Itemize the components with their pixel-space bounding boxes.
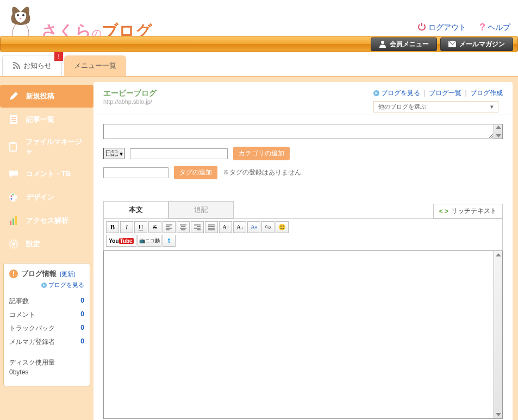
pencil-icon [8,90,20,102]
help-label: ヘルプ [488,23,510,33]
scrollbar[interactable] [494,251,502,418]
speech-icon [8,168,20,180]
category-select[interactable]: 日記 ▾ [103,148,124,159]
italic-button[interactable]: I [120,221,133,233]
sidebar-item-label: 記事一覧 [26,115,54,124]
stat-row: メルマガ登録者0 [9,335,84,349]
dot-arrow-icon [373,90,379,96]
sidebar-item-label: 新規投稿 [26,91,54,101]
disk-usage: ディスク使用量 0bytes [9,358,84,377]
dot-arrow-icon [41,283,47,288]
blog-select-label: 他のブログを選ぶ [378,103,426,111]
underline-button[interactable]: U [134,221,147,233]
stat-key: コメント [9,310,35,319]
sidebar-item-files[interactable]: ファイルマネージャ [0,131,93,162]
editor-toolbar: B I U S A↑ A↓ A▾ YouTube 📺ニコ動 t [103,218,503,250]
view-blog-link[interactable]: ブログを見る [48,281,84,288]
logout-link[interactable]: ログアウト [417,22,466,33]
svg-rect-16 [10,221,11,225]
editor-tab-body[interactable]: 本文 [103,201,168,218]
emoji-button[interactable] [276,221,289,233]
svg-point-20 [12,242,15,246]
blog-url: http://abhp.sblo.jp/ [103,98,157,105]
strike-button[interactable]: S [148,221,161,233]
header: さくらのブログ SAKURA's blog ログアウト ? ヘルプ 会員メニュー… [0,0,518,52]
twitter-button[interactable]: t [163,235,176,247]
editor-tab-body-label: 本文 [129,205,143,214]
link-button[interactable] [261,221,274,233]
tab-news-label: お知らせ [23,61,52,71]
svg-rect-12 [11,142,15,144]
rich-text-button[interactable]: < > リッチテキスト [433,204,503,218]
svg-rect-18 [15,216,17,225]
link-blog-list[interactable]: ブログ一覧 [429,89,461,97]
help-icon: ? [479,22,485,33]
stat-key: メルマガ登録者 [9,337,55,347]
code-icon: < > [439,208,448,215]
blog-info-update-link[interactable]: [更新] [60,270,75,278]
svg-point-6 [13,67,15,69]
tag-row: タグの追加 ※タグの登録はありません [103,166,503,179]
font-size-down-button[interactable]: A↓ [233,221,246,233]
mail-magazine-label: メールマガジン [459,40,505,49]
header-links: ログアウト ? ヘルプ [417,22,510,33]
svg-point-15 [11,198,13,200]
svg-point-4 [381,41,384,44]
align-justify-button[interactable] [205,221,218,233]
member-menu-button[interactable]: 会員メニュー [371,37,437,51]
align-right-button[interactable] [191,221,204,233]
chart-icon [8,215,20,227]
sidebar-item-posts[interactable]: 記事一覧 [0,108,93,131]
new-category-input[interactable] [130,148,228,159]
blog-info-title: ブログ情報 [21,269,57,279]
add-tag-button[interactable]: タグの追加 [174,166,217,179]
svg-rect-17 [13,218,14,225]
category-row: 日記 ▾ カテゴリの追加 [103,147,503,160]
svg-point-42 [280,225,282,227]
tab-menu-list-label: メニュー一覧 [74,61,116,70]
mail-magazine-button[interactable]: メールマガジン [440,37,513,51]
body: 新規投稿 記事一覧 ファイルマネージャ コメント・TB デザイン アクセス解析 … [0,77,518,420]
sidebar-item-design[interactable]: デザイン [0,186,93,209]
stat-key: 記事数 [9,297,29,306]
svg-point-41 [279,224,285,230]
link-blog-create[interactable]: ブログ作成 [470,89,503,97]
sidebar-item-label: 設定 [26,239,40,249]
sidebar-item-settings[interactable]: 設定 [0,233,93,255]
sidebar-item-analytics[interactable]: アクセス解析 [0,209,93,232]
youtube-button[interactable]: YouTube [106,235,136,247]
tag-note: ※タグの登録はありません [223,168,301,177]
svg-point-43 [283,225,284,227]
sidebar-item-comments[interactable]: コメント・TB [0,162,93,185]
font-color-button[interactable]: A▾ [247,221,260,233]
scrollbar[interactable] [494,124,502,139]
chevron-down-icon: ▾ [490,103,494,110]
mail-icon [448,41,456,47]
content-textarea[interactable] [104,251,494,418]
align-center-button[interactable] [177,221,190,233]
title-input[interactable] [104,124,494,139]
stat-val: 0 [80,337,84,347]
blog-title: エービーブログ [103,89,157,98]
editor-tab-append[interactable]: 追記 [168,201,234,218]
tab-news[interactable]: お知らせ ! [2,55,62,76]
tag-input[interactable] [103,167,168,178]
main-pane: エービーブログ http://abhp.sblo.jp/ ブログを見る | ブロ… [93,82,513,420]
align-left-button[interactable] [163,221,176,233]
font-size-up-button[interactable]: A↑ [219,221,232,233]
sidebar-item-label: アクセス解析 [26,216,68,225]
category-select-label: 日記 [105,149,118,158]
help-link[interactable]: ? ヘルプ [479,22,510,33]
sidebar-item-label: デザイン [26,192,54,202]
sidebar: 新規投稿 記事一覧 ファイルマネージャ コメント・TB デザイン アクセス解析 … [0,77,93,420]
sidebar-item-new-post[interactable]: 新規投稿 [0,85,93,108]
tab-menu-list[interactable]: メニュー一覧 [64,55,126,76]
gear-icon [8,238,20,250]
stat-val: 0 [80,297,84,306]
bold-button[interactable]: B [106,221,119,233]
niconico-button[interactable]: 📺ニコ動 [138,235,161,247]
add-category-button[interactable]: カテゴリの追加 [233,147,290,160]
blog-select[interactable]: 他のブログを選ぶ ▾ [373,101,498,112]
link-view-blog[interactable]: ブログを見る [381,89,420,97]
editor-tab-append-label: 追記 [194,205,208,214]
